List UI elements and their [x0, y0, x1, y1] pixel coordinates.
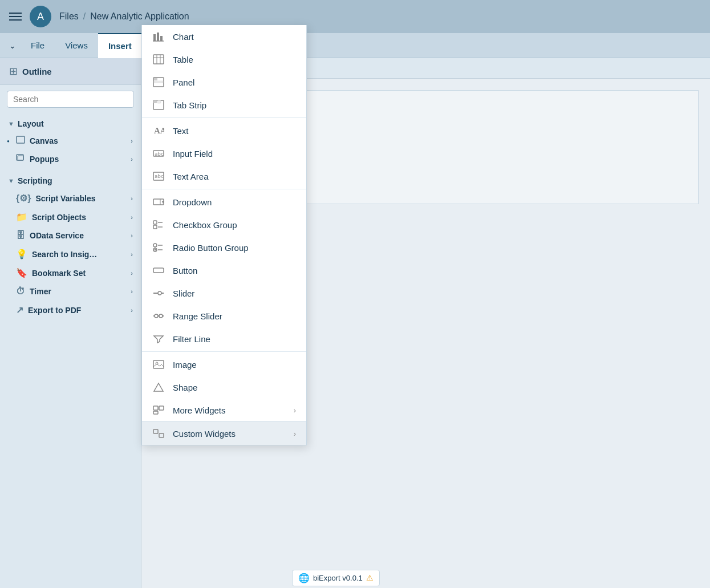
text-area-label: Text Area — [173, 172, 209, 181]
insert-table[interactable]: Table — [142, 48, 306, 71]
svg-rect-45 — [153, 411, 158, 414]
svg-rect-26 — [153, 225, 157, 229]
timer-expand[interactable]: › — [131, 288, 133, 295]
popups-expand[interactable]: › — [131, 156, 133, 163]
export-pdf-label: Export to PDF — [28, 306, 81, 315]
custom-widgets-icon — [152, 428, 165, 439]
svg-text:AA: AA — [154, 126, 164, 135]
outline-icon: ⊞ — [9, 65, 18, 78]
sidebar-item-script-objects[interactable]: 📁 Script Objects › — [0, 208, 141, 226]
bookmark-expand[interactable]: › — [131, 270, 133, 277]
layout-section-header[interactable]: ▼ Layout — [0, 116, 141, 132]
chart-icon — [152, 31, 165, 42]
filter-line-label: Filter Line — [173, 334, 210, 344]
svg-text:abc: abc — [155, 173, 164, 179]
menu-chevron[interactable]: ⌄ — [5, 41, 21, 50]
insert-panel[interactable]: Panel — [142, 71, 306, 94]
script-objects-icon: 📁 — [16, 212, 27, 222]
script-vars-expand[interactable]: › — [131, 195, 133, 202]
table-icon — [152, 54, 165, 64]
svg-text:▼: ▼ — [161, 200, 164, 205]
files-link[interactable]: Files — [59, 11, 79, 22]
divider-1 — [142, 117, 306, 118]
insert-chart[interactable]: Chart — [142, 25, 306, 48]
svg-point-29 — [153, 244, 157, 247]
sidebar-item-script-variables[interactable]: {⚙} Script Variables › — [0, 189, 141, 208]
divider-3 — [142, 351, 306, 352]
odata-expand[interactable]: › — [131, 232, 133, 239]
menu-views[interactable]: Views — [55, 33, 98, 58]
insert-shape[interactable]: Shape — [142, 376, 306, 399]
menu-insert[interactable]: Insert — [98, 33, 142, 58]
sidebar-item-search-insight[interactable]: 💡 Search to Insig… › — [0, 245, 141, 263]
sidebar-item-canvas[interactable]: Canvas › — [0, 132, 141, 150]
more-widgets-icon — [152, 405, 165, 415]
input-field-icon: abc — [152, 148, 165, 159]
insert-tab-strip[interactable]: Tab Strip — [142, 94, 306, 116]
svg-rect-40 — [153, 360, 164, 368]
divider-2 — [142, 189, 306, 189]
menu-bar: ⌄ File Views Insert Tools Data Display — [0, 33, 710, 58]
insert-more-widgets[interactable]: More Widgets › — [142, 399, 306, 421]
button-label: Button — [173, 266, 197, 275]
insert-filter-line[interactable]: Filter Line — [142, 327, 306, 350]
search-input[interactable] — [7, 91, 134, 108]
search-insight-expand[interactable]: › — [131, 251, 133, 258]
sidebar-item-export-pdf[interactable]: ↗ Export to PDF › — [0, 301, 141, 319]
svg-rect-3 — [153, 34, 156, 41]
input-field-label: Input Field — [173, 149, 213, 159]
text-icon: AA — [152, 125, 165, 136]
insert-button[interactable]: Button — [142, 259, 306, 282]
bi-export-badge[interactable]: 🌐 biExport v0.0.1 ⚠ — [292, 570, 380, 586]
panel-label: Panel — [173, 78, 194, 87]
insert-slider[interactable]: Slider — [142, 282, 306, 305]
app-name: New Analytic Application — [90, 11, 189, 22]
insert-checkbox-group[interactable]: Checkbox Group — [142, 213, 306, 236]
custom-widgets-arrow: › — [294, 429, 296, 438]
odata-label: OData Service — [30, 231, 84, 240]
tab-strip-label: Tab Strip — [173, 100, 206, 110]
top-bar: A Files / New Analytic Application — [0, 0, 710, 33]
slider-label: Slider — [173, 289, 194, 298]
menu-file[interactable]: File — [21, 33, 55, 58]
export-pdf-expand[interactable]: › — [131, 307, 133, 314]
svg-point-39 — [159, 314, 163, 318]
svg-rect-13 — [154, 81, 163, 83]
svg-point-31 — [155, 249, 156, 251]
script-objs-expand[interactable]: › — [131, 214, 133, 221]
sidebar-item-bookmark[interactable]: 🔖 Bookmark Set › — [0, 263, 141, 282]
odata-icon: 🗄 — [16, 230, 25, 241]
insert-dropdown: Chart Table Panel Tab Strip AA Text — [141, 25, 307, 445]
insert-range-slider[interactable]: Range Slider — [142, 305, 306, 327]
radio-group-label: Radio Button Group — [173, 243, 249, 253]
bookmark-label: Bookmark Set — [32, 269, 86, 278]
svg-rect-4 — [157, 33, 159, 41]
checkbox-group-label: Checkbox Group — [173, 220, 237, 230]
breadcrumb-separator: / — [83, 11, 86, 22]
canvas-expand[interactable]: › — [131, 137, 133, 144]
insert-custom-widgets[interactable]: Custom Widgets › — [142, 421, 306, 445]
hamburger-menu[interactable] — [9, 13, 22, 21]
insert-text-area[interactable]: abc Text Area — [142, 165, 306, 188]
sidebar-header: ⊞ Outline — [0, 58, 141, 85]
insert-image[interactable]: Image — [142, 353, 306, 376]
sidebar-item-timer[interactable]: ⏱ Timer › — [0, 282, 141, 301]
svg-rect-12 — [154, 78, 157, 80]
svg-rect-15 — [153, 100, 157, 103]
dropdown-icon: ▼ — [152, 197, 165, 207]
insert-radio-button-group[interactable]: Radio Button Group — [142, 236, 306, 259]
avatar[interactable]: A — [30, 6, 51, 27]
scripting-section-header[interactable]: ▼ Scripting — [0, 173, 141, 189]
sidebar-item-popups[interactable]: Popups › — [0, 150, 141, 168]
more-widgets-arrow: › — [294, 406, 296, 415]
svg-text:abc: abc — [155, 151, 164, 157]
insert-text[interactable]: AA Text — [142, 119, 306, 142]
insert-dropdown-widget[interactable]: ▼ Dropdown — [142, 190, 306, 213]
sidebar-item-odata[interactable]: 🗄 OData Service › — [0, 226, 141, 245]
timer-icon: ⏱ — [16, 286, 25, 297]
outline-label: Outline — [22, 67, 52, 76]
slider-icon — [152, 288, 165, 298]
insert-input-field[interactable]: abc Input Field — [142, 142, 306, 165]
popups-label: Popups — [30, 155, 59, 164]
sidebar: ⊞ Outline ▼ Layout Canvas › Popups — [0, 58, 141, 588]
